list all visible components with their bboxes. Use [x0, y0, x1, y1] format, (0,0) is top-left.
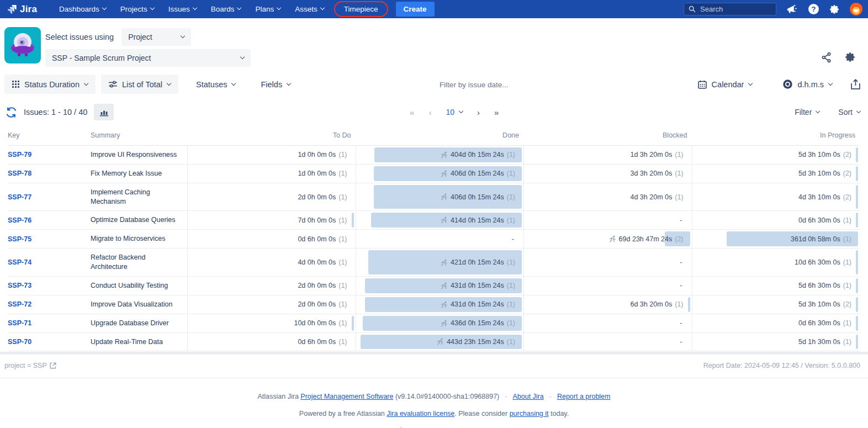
timepiece-highlight-ring: Timepiece	[334, 1, 388, 17]
chart-view-button[interactable]	[94, 104, 114, 120]
duration-cell-todo: 2d 0h 0m 0s(1)	[187, 183, 356, 211]
filter-dropdown[interactable]: Filter	[795, 108, 819, 117]
about-jira-link[interactable]: About Jira	[512, 393, 543, 400]
nav-item-projects[interactable]: Projects	[115, 3, 160, 15]
jira-logo[interactable]: Jira	[7, 4, 37, 15]
create-button[interactable]: Create	[396, 2, 435, 17]
admin-settings-icon[interactable]	[829, 4, 840, 15]
issue-key-link[interactable]: SSP-71	[8, 319, 31, 327]
column-header-inprogress[interactable]: In Progress	[692, 126, 860, 145]
search-input[interactable]	[700, 5, 766, 13]
project-dropdown[interactable]: SSP - Sample Scrum Project	[45, 49, 251, 67]
issue-key-cell: SSP-76	[8, 211, 91, 229]
column-header-key[interactable]: Key	[8, 126, 91, 145]
last-page-button[interactable]: »	[494, 108, 499, 117]
duration-count: (1)	[338, 193, 347, 201]
export-icon[interactable]	[851, 79, 860, 89]
sort-dropdown[interactable]: Sort	[838, 108, 860, 117]
jql-query-link[interactable]: project = SSP	[4, 362, 56, 369]
duration-cell-inprogress: 361d 0h 58m 0s(1)	[692, 230, 860, 248]
duration-value: 406d 0h 15m 24s(1)	[441, 170, 519, 177]
pms-link[interactable]: Project Management Software	[300, 393, 393, 400]
runner-icon	[437, 338, 444, 345]
column-header-done[interactable]: Done	[356, 126, 524, 145]
issue-key-link[interactable]: SSP-72	[8, 300, 31, 308]
duration-cell-done: 404d 0h 15m 24s(1)	[356, 146, 524, 164]
duration-value: 5d 6h 30m 0s(1)	[798, 282, 855, 289]
issue-key-link[interactable]: SSP-75	[8, 235, 31, 243]
issue-summary-text: Optimize Database Queries	[91, 215, 176, 225]
duration-cell-done: 406d 0h 15m 24s(1)	[356, 165, 524, 183]
runner-icon	[441, 216, 448, 224]
fields-dropdown[interactable]: Fields	[253, 75, 298, 94]
refresh-icon[interactable]	[6, 107, 17, 118]
issues-count-label: Issues: 1 - 10 / 40	[24, 108, 87, 117]
report-problem-link[interactable]: Report a problem	[557, 393, 611, 400]
share-icon[interactable]	[821, 51, 832, 63]
chevron-down-icon	[150, 5, 154, 9]
duration-bar	[856, 316, 858, 331]
global-search[interactable]	[684, 3, 776, 15]
duration-text: 5d 3h 10m 0s	[798, 300, 840, 308]
duration-text: 1d 0h 0m 0s	[298, 151, 336, 158]
issue-key-link[interactable]: SSP-70	[8, 338, 31, 346]
runner-icon	[441, 193, 448, 200]
issue-key-link[interactable]: SSP-78	[8, 170, 31, 177]
nav-item-assets[interactable]: Assets	[289, 3, 330, 15]
jira-logo-text: Jira	[20, 4, 37, 15]
duration-value: 7d 0h 0m 0s(1)	[298, 216, 351, 224]
issue-source-dropdown[interactable]: Project	[121, 28, 191, 46]
first-page-button[interactable]: «	[410, 108, 414, 117]
empty-duration-dash: -	[680, 338, 687, 346]
nav-item-dashboards[interactable]: Dashboards	[54, 3, 112, 15]
nav-item-plans[interactable]: Plans	[250, 3, 286, 15]
nav-item-timepiece[interactable]: Timepiece	[338, 3, 384, 15]
column-header-blocked[interactable]: Blocked	[523, 126, 692, 145]
announcements-icon[interactable]	[786, 4, 798, 14]
nav-item-boards[interactable]: Boards	[205, 3, 247, 15]
page-size-dropdown[interactable]: 10	[446, 108, 463, 117]
duration-cell-done: 406d 0h 15m 24s(1)	[356, 183, 524, 211]
view-mode-dropdown[interactable]: List of Total	[101, 75, 178, 94]
help-icon[interactable]: ?	[808, 4, 819, 14]
prev-page-button[interactable]: ‹	[428, 108, 431, 117]
project-value: SSP - Sample Scrum Project	[52, 54, 151, 62]
issue-key-link[interactable]: SSP-76	[8, 216, 31, 224]
nav-item-label: Assets	[295, 5, 317, 13]
statuses-dropdown[interactable]: Statuses	[188, 75, 243, 94]
duration-value: 5d 3h 10m 0s(2)	[798, 300, 855, 308]
duration-count: (1)	[675, 151, 683, 158]
issue-summary-cell: Fix Memory Leak Issue	[91, 165, 187, 183]
external-link-icon	[50, 362, 56, 369]
report-settings-icon[interactable]	[844, 51, 856, 63]
issue-date-filter-input[interactable]	[440, 81, 550, 89]
issue-key-link[interactable]: SSP-73	[8, 282, 31, 289]
duration-value: 2d 0h 0m 0s(1)	[298, 300, 351, 308]
calendar-dropdown[interactable]: Calendar	[690, 75, 760, 94]
purchasing-link[interactable]: purchasing it	[510, 410, 549, 418]
evaluation-license-link[interactable]: Jira evaluation license	[387, 410, 454, 418]
duration-cell-done: 436d 0h 15m 24s(1)	[356, 314, 524, 332]
jira-logo-icon	[7, 4, 17, 14]
time-format-dropdown[interactable]: d.h.m.s	[775, 75, 840, 94]
issue-key-link[interactable]: SSP-79	[8, 151, 31, 158]
duration-text: 3d 3h 20m 0s	[630, 170, 672, 177]
issue-key-link[interactable]: SSP-77	[8, 193, 31, 201]
duration-cell-blocked: -	[523, 314, 692, 332]
report-type-dropdown[interactable]: Status Duration	[4, 75, 96, 94]
duration-cell-blocked: 6d 3h 20m 0s(1)	[523, 295, 692, 314]
duration-text: 10d 6h 30m 0s	[795, 258, 840, 266]
next-page-button[interactable]: ›	[477, 108, 480, 117]
duration-count: (1)	[507, 319, 515, 327]
duration-value: 4d 3h 20m 0s(1)	[630, 193, 687, 201]
duration-text: 2d 0h 0m 0s	[298, 193, 336, 201]
user-avatar[interactable]	[850, 3, 862, 15]
issue-key-link[interactable]: SSP-74	[8, 258, 31, 266]
nav-item-issues[interactable]: Issues	[163, 3, 202, 15]
duration-value: 0d 6h 0m 0s(1)	[298, 235, 351, 243]
column-header-summary[interactable]: Summary	[91, 126, 187, 145]
column-header-todo[interactable]: To Do	[187, 126, 356, 145]
runner-icon	[441, 259, 448, 266]
report-toolbar: Status Duration List of Total Statuses F…	[0, 70, 868, 98]
issue-key-cell: SSP-72	[8, 295, 91, 314]
